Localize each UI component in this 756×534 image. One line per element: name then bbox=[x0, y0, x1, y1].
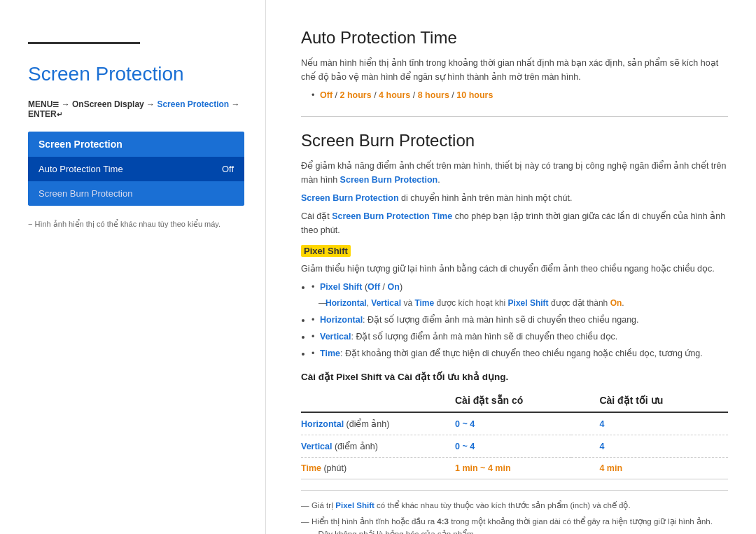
section2-desc1: Để giảm khả năng điểm ảnh chết trên màn … bbox=[301, 159, 728, 187]
section1-desc: Nếu màn hình hiển thị ảnh tĩnh trong kho… bbox=[301, 56, 728, 84]
table-row-vertical: Vertical (điểm ảnh) 0 ~ 4 4 bbox=[301, 435, 728, 458]
page-title: Screen Protection bbox=[28, 63, 244, 85]
option-4h: 4 hours bbox=[379, 90, 410, 100]
table-row-time: Time (phút) 1 min ~ 4 min 4 min bbox=[301, 458, 728, 479]
ps-bullet-3: Vertical: Đặt số lượng điểm ảnh mà màn h… bbox=[312, 330, 728, 344]
pixel-shift-bullets: Pixel Shift (Off / On) Horizontal, Verti… bbox=[312, 280, 728, 360]
table-col-optimal: Cài đặt tối ưu bbox=[571, 389, 728, 412]
vertical-label: Vertical bbox=[301, 442, 332, 451]
section1-options-list: Off / 2 hours / 4 hours / 8 hours / 10 h… bbox=[312, 88, 728, 102]
section2-desc2: Screen Burn Protection di chuyển hình ản… bbox=[301, 191, 728, 205]
pixel-shift-table: Cài đặt sẵn có Cài đặt tối ưu Horizontal… bbox=[301, 389, 728, 479]
menu-header: Screen Protection bbox=[28, 132, 244, 157]
ps-bullet-4: Time: Đặt khoảng thời gian để thực hiện … bbox=[312, 346, 728, 360]
ps-horizontal-ref: Horizontal bbox=[326, 298, 367, 308]
breadcrumb: MENU☰ → OnScreen Display → Screen Protec… bbox=[28, 99, 244, 119]
option-2h: 2 hours bbox=[340, 90, 372, 100]
screen-burn-time-label: Screen Burn Protection Time bbox=[332, 211, 452, 221]
footnote-1: Giá trị Pixel Shift có thể khác nhau tùy… bbox=[301, 499, 728, 512]
option-off: Off bbox=[320, 90, 332, 100]
footnotes: Giá trị Pixel Shift có thể khác nhau tùy… bbox=[301, 490, 728, 534]
left-footnote: − Hình ảnh hiển thị có thể khác nhau tùy… bbox=[28, 220, 244, 229]
breadcrumb-arrow1: → bbox=[62, 99, 72, 109]
ps-vertical-ref: Vertical bbox=[371, 298, 401, 308]
ps-subnote: Horizontal, Vertical và Time được kích h… bbox=[315, 297, 728, 310]
table-cell-vertical-optimal: 4 bbox=[571, 435, 728, 458]
option-sep1: / bbox=[335, 90, 340, 100]
ps-on: On bbox=[388, 282, 400, 292]
ps-label: Pixel Shift bbox=[320, 282, 362, 292]
option-8h: 8 hours bbox=[418, 90, 449, 100]
ps-vertical-label: Vertical bbox=[320, 332, 351, 342]
ps-bullet-1: Pixel Shift (Off / On) bbox=[312, 280, 728, 294]
breadcrumb-screen-protection: Screen Protection bbox=[157, 99, 229, 109]
footnote-2: Hiển thị hình ảnh tĩnh hoặc đầu ra 4:3 t… bbox=[301, 515, 728, 534]
table-cell-horizontal-optimal: 4 bbox=[571, 412, 728, 435]
ps-off: Off bbox=[368, 282, 380, 292]
breadcrumb-arrow2: → bbox=[146, 99, 157, 109]
table-cell-vertical-available: 0 ~ 4 bbox=[455, 435, 571, 458]
menu-item-auto-protection-label: Auto Protection Time bbox=[38, 164, 123, 174]
table-cell-horizontal-available: 0 ~ 4 bbox=[455, 412, 571, 435]
table-cell-vertical-label: Vertical (điểm ảnh) bbox=[301, 435, 455, 458]
pixel-shift-section: Pixel Shift Giảm thiểu hiện tượng giữ lạ… bbox=[301, 246, 728, 360]
table-col-available: Cài đặt sẵn có bbox=[455, 389, 571, 412]
screen-burn-link: Screen Burn Protection bbox=[340, 175, 438, 185]
table-cell-time-label: Time (phút) bbox=[301, 458, 455, 479]
breadcrumb-enter: ENTER↵ bbox=[28, 109, 62, 119]
section1-options: Off / 2 hours / 4 hours / 8 hours / 10 h… bbox=[312, 88, 728, 102]
table-header-row: Cài đặt sẵn có Cài đặt tối ưu bbox=[301, 389, 728, 412]
table-cell-horizontal-label: Horizontal (điểm ảnh) bbox=[301, 412, 455, 435]
menu-item-screen-burn[interactable]: Screen Burn Protection bbox=[28, 181, 244, 206]
breadcrumb-menu: MENU☰ bbox=[28, 99, 59, 109]
fn1-pixelshift: Pixel Shift bbox=[335, 501, 374, 510]
fn2-ratio: 4:3 bbox=[437, 517, 449, 526]
pixel-shift-label: Pixel Shift bbox=[301, 245, 351, 257]
menu-item-auto-protection[interactable]: Auto Protection Time Off bbox=[28, 157, 244, 181]
left-panel: Screen Protection MENU☰ → OnScreen Displ… bbox=[0, 0, 266, 534]
breadcrumb-onscreen: OnScreen Display bbox=[72, 99, 144, 109]
ps-time-label: Time bbox=[320, 349, 340, 358]
table-row-horizontal: Horizontal (điểm ảnh) 0 ~ 4 4 bbox=[301, 412, 728, 435]
menu-box: Screen Protection Auto Protection Time O… bbox=[28, 132, 244, 206]
pixel-shift-desc: Giảm thiểu hiện tượng giữ lại hình ảnh b… bbox=[301, 262, 728, 276]
ps-on-ref: On bbox=[610, 298, 622, 308]
top-line-decoration bbox=[28, 42, 140, 44]
section1-title: Auto Protection Time bbox=[301, 28, 728, 48]
ps-time-ref: Time bbox=[414, 298, 434, 308]
ps-bullet-2: Horizontal: Đặt số lượng điểm ảnh mà màn… bbox=[312, 313, 728, 327]
section2-desc3: Cài đặt Screen Burn Protection Time cho … bbox=[301, 209, 728, 237]
table-cell-time-optimal: 4 min bbox=[571, 458, 728, 479]
menu-item-auto-protection-value: Off bbox=[222, 164, 234, 174]
horizontal-label: Horizontal bbox=[301, 419, 344, 429]
ps-pixelshift-ref: Pixel Shift bbox=[508, 298, 549, 308]
option-10h: 10 hours bbox=[456, 90, 493, 100]
menu-item-screen-burn-label: Screen Burn Protection bbox=[38, 188, 132, 199]
menu-header-label: Screen Protection bbox=[38, 139, 122, 150]
divider1 bbox=[301, 116, 728, 117]
option-sep3: / bbox=[413, 90, 418, 100]
ps-horizontal-label: Horizontal bbox=[320, 315, 363, 325]
time-label: Time bbox=[301, 463, 321, 473]
table-heading: Cài đặt Pixel Shift và Cài đặt tối ưu kh… bbox=[301, 371, 728, 382]
table-col-label bbox=[301, 389, 455, 412]
table-cell-time-available: 1 min ~ 4 min bbox=[455, 458, 571, 479]
screen-burn-label2: Screen Burn Protection bbox=[301, 193, 399, 203]
right-panel: Auto Protection Time Nếu màn hình hiển t… bbox=[266, 0, 756, 534]
breadcrumb-arrow3: → bbox=[231, 99, 239, 109]
section2-title: Screen Burn Protection bbox=[301, 131, 728, 150]
